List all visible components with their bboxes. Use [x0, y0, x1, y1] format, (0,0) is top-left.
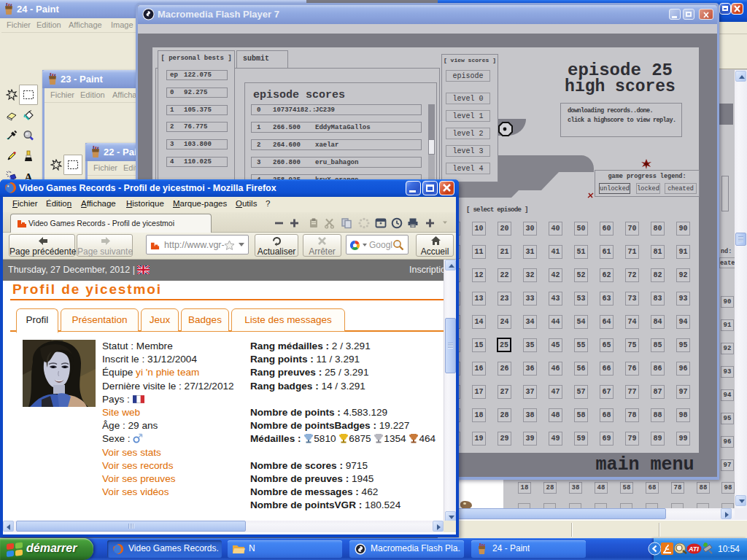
svg-text:ATI: ATI — [688, 545, 699, 553]
